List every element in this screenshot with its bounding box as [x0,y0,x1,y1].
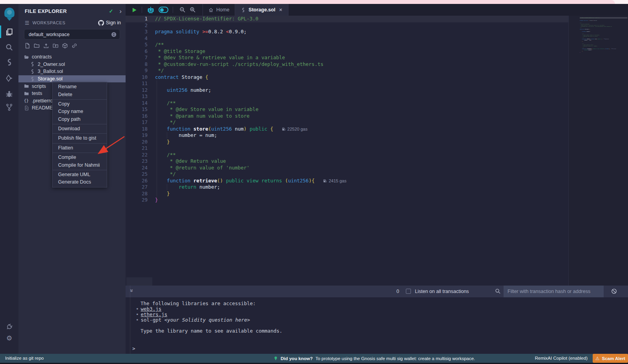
solidity-icon [241,7,246,13]
new-file-icon[interactable] [24,43,30,49]
code-token: return [179,184,196,190]
code-token: public [598,38,601,39]
copilot-status[interactable]: RemixAI Copilot (enabled) [535,354,588,363]
code-token: * @return value of 'number' [582,46,598,47]
terminal-prompt[interactable]: > [132,346,135,351]
tree-item-storage-sol[interactable]: Storage.sol [18,75,126,83]
ai-assistant-icon[interactable] [146,7,155,13]
menu-item-delete[interactable]: Delete [53,91,107,98]
library-link[interactable]: ethers.js [141,311,168,317]
folder-icon [24,91,29,96]
code-token [246,126,250,132]
workspace-name: default_workspace [29,32,111,37]
code-token: { [270,126,274,132]
upload-folder-icon[interactable] [53,43,58,49]
minimap[interactable]: // SPDX-License-Identifier: GPL-3.0pragm… [580,17,628,61]
gas-estimate-badge: 22520 gas [604,38,608,39]
transaction-filter-input[interactable] [504,286,604,297]
git-icon[interactable] [0,101,18,113]
code-line: * @dev Store value in variable [155,106,347,113]
scam-alert-label: Scam Alert [602,356,626,361]
bullet-icon: • [136,311,139,317]
close-icon[interactable]: ✕ [279,7,282,13]
code-token: number; [588,49,592,51]
line-number: 1 [126,16,153,22]
upload-file-icon[interactable] [43,43,49,49]
remix-logo-icon[interactable] [0,6,18,22]
chevron-right-icon[interactable]: › [119,8,122,15]
zoom-out-icon[interactable] [179,7,186,13]
git-init-button[interactable]: Initialize as git repo [5,354,44,363]
workspaces-label: WORKSPACES [33,20,95,25]
publish-to-ipfs-icon[interactable] [62,43,68,49]
plugin-manager-icon[interactable] [0,321,18,333]
tree-item-contracts[interactable]: contracts [18,53,126,61]
code-line: /** [155,152,347,158]
code-line: number = num; [155,132,347,139]
menu-item-compile-for-nahmii[interactable]: Compile for Nahmii [53,161,107,169]
terminal-output[interactable]: The following libraries are accessible: … [126,297,628,354]
menu-item-generate-uml[interactable]: Generate UML [53,171,107,178]
menu-item-copy-name[interactable]: Copy name [53,108,107,115]
code-editor[interactable]: 1234567891011121314151617181920212223242… [126,16,628,286]
copilot-toggle[interactable] [159,7,168,13]
new-folder-icon[interactable] [34,43,40,49]
sign-in-button[interactable]: Sign in [98,20,121,26]
line-number: 25 [126,171,153,178]
tab-label: Storage.sol [248,7,275,13]
run-script-button[interactable] [131,7,137,13]
listen-checkbox[interactable] [406,289,411,294]
search-icon[interactable] [0,41,18,53]
menu-group: RenameDelete [53,82,107,99]
zoom-in-icon[interactable] [190,7,196,13]
code-token: * @return value of 'number' [167,165,250,171]
menu-item-rename[interactable]: Rename [53,83,107,91]
tree-item-3-ballot-sol[interactable]: 3_Ballot.sol [18,68,126,75]
line-number: 19 [126,132,153,139]
solidity-icon [30,76,35,82]
line-number: 2 [126,22,153,29]
tree-item-label: scripts [32,84,46,89]
menu-item-publish-file-to-gist[interactable]: Publish file to gist [53,135,107,142]
menu-group: Generate UMLGenerate Docs [53,170,107,187]
code-line: } [155,191,347,197]
scam-alert-button[interactable]: ⚠ Scam Alert [593,354,628,363]
menu-item-copy[interactable]: Copy [53,100,107,108]
workspace-select[interactable]: default_workspace [24,29,120,40]
tab-home[interactable]: Home [203,4,235,16]
line-number: 29 [126,197,153,204]
code-token: { [602,38,602,39]
code-token: retrieve [194,178,217,184]
code-line [155,35,347,42]
line-number: 28 [126,191,153,197]
file-explorer-icon[interactable] [0,25,18,38]
search-icon[interactable] [495,288,501,294]
solidity-compiler-icon[interactable] [0,56,18,68]
code-token: { [589,28,590,29]
clear-console-icon[interactable] [611,288,617,294]
tab-storage-sol[interactable]: Storage.sol✕ [235,4,288,16]
import-from-url-icon[interactable] [71,43,77,49]
hamburger-icon[interactable]: ☰ [25,20,29,26]
menu-item-flatten[interactable]: Flatten [53,144,107,152]
terminal-command: sol-gpt [141,317,164,323]
line-number: 9 [126,67,153,74]
editor-gutter: 1234567891011121314151617181920212223242… [126,16,153,204]
indent-guide [167,132,167,138]
settings-icon[interactable]: ⚙ [0,332,18,344]
terminal-drag-handle[interactable] [126,277,152,286]
code-line: } [155,197,347,204]
solidity-icon [30,62,35,67]
menu-item-compile[interactable]: Compile [53,154,107,161]
tree-item-2-owner-sol[interactable]: 2_Owner.sol [18,61,126,68]
debugger-icon[interactable] [0,88,18,100]
menu-item-copy-path[interactable]: Copy path [53,116,107,123]
listen-label: Listen on all transactions [415,286,469,297]
line-number: 8 [126,61,153,68]
library-link[interactable]: web3.js [141,306,162,312]
terminal-bar: » 0 Listen on all transactions [126,286,628,297]
menu-item-download[interactable]: Download [53,125,107,133]
code-line: * @dev Return value [155,158,347,165]
deploy-and-run-icon[interactable] [0,72,18,84]
menu-item-generate-docs[interactable]: Generate Docs [53,178,107,186]
